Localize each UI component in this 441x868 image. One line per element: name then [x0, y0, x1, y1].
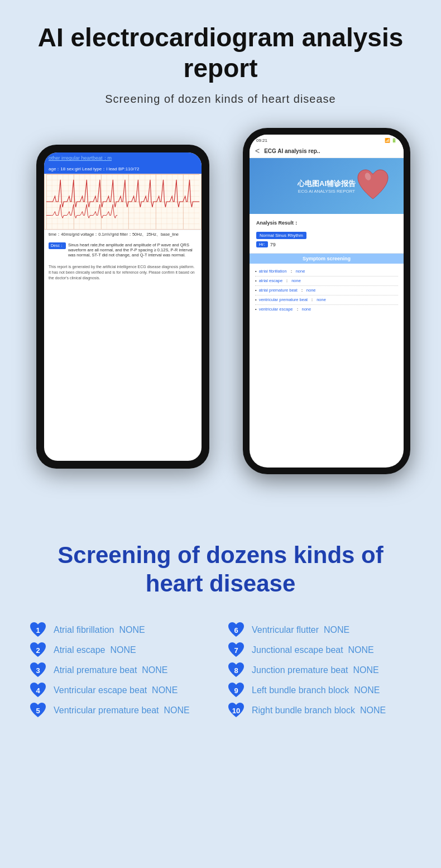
- symptom-colon: ：: [285, 278, 289, 284]
- badge-number: 6: [234, 626, 238, 635]
- disease-item: 9 Left bundle branch block NONE: [226, 680, 413, 700]
- ecg-chart: [44, 174, 202, 230]
- left-top-text: other irregular heartbeat：m: [49, 155, 112, 161]
- disease-col-left: 1 Atrial fibrillation NONE 2 Atrial esca…: [28, 620, 215, 721]
- symptom-name: atrial escape: [259, 278, 283, 283]
- left-phone-info: age：18 sex:girl Lead type：I lead BP:110/…: [44, 164, 202, 174]
- symptom-header: Symptom screening: [250, 254, 404, 264]
- symptom-value: none: [306, 288, 316, 293]
- disease-grid: 1 Atrial fibrillation NONE 2 Atrial esca…: [28, 620, 413, 721]
- disease-item: 10 Right bundle branch block NONE: [226, 700, 413, 721]
- disease-item: 4 Ventricular escape beat NONE: [28, 680, 215, 700]
- disease-name: Junctional escape beat NONE: [252, 645, 374, 655]
- disease-badge: 2: [28, 640, 48, 660]
- symptom-bullet: •: [255, 269, 257, 274]
- report-header-cn: 心电图AI辅诊报告: [298, 179, 356, 189]
- disease-name: Ventricular escape beat NONE: [54, 685, 178, 695]
- symptom-item: • atrial escape ： none: [255, 276, 398, 286]
- symptom-item: • atrial fibrillation ： none: [255, 267, 398, 276]
- badge-number: 4: [36, 686, 40, 695]
- bottom-section: Screening of dozens kinds of heart disea…: [0, 519, 441, 737]
- bottom-title: Screening of dozens kinds of heart disea…: [28, 541, 413, 598]
- nav-title: ECG AI analysis rep..: [264, 148, 320, 154]
- disease-item: 7 Junctional escape beat NONE: [226, 640, 413, 660]
- badge-number: 3: [36, 666, 40, 675]
- disease-badge: 3: [28, 660, 48, 680]
- symptom-list: • atrial fibrillation ： none • atrial es…: [250, 264, 404, 317]
- hr-value: 79: [270, 242, 276, 247]
- symptom-colon: ：: [289, 269, 294, 274]
- disease-name: Left bundle branch block NONE: [252, 685, 380, 695]
- phones-container: other irregular heartbeat：m age：18 sex:g…: [0, 122, 441, 513]
- disease-badge: 4: [28, 680, 48, 700]
- right-phone-status: 09:21 📶 🔋: [250, 135, 404, 144]
- badge-number: 9: [234, 686, 238, 695]
- disease-item: 8 Junction premature beat NONE: [226, 660, 413, 680]
- symptom-bullet: •: [255, 278, 257, 283]
- symptom-bullet: •: [255, 288, 257, 293]
- disease-name: Ventricular premature beat NONE: [54, 705, 190, 716]
- symptom-colon: ：: [310, 297, 314, 303]
- disease-item: 2 Atrial escape NONE: [28, 640, 215, 660]
- disease-item: 6 Ventricular flutter NONE: [226, 620, 413, 640]
- back-icon[interactable]: <: [255, 146, 260, 155]
- disease-badge: 9: [226, 680, 246, 700]
- desc-text: Sinus heart rate,the amplitude and ampli…: [68, 242, 197, 257]
- symptom-colon: ：: [300, 288, 304, 293]
- badge-number: 7: [234, 646, 238, 655]
- symptom-name: atrial fibrillation: [259, 269, 287, 274]
- symptom-value: none: [317, 297, 326, 302]
- badge-number: 10: [232, 707, 240, 715]
- disease-badge: 10: [226, 700, 246, 721]
- hr-label: Hr:: [256, 241, 268, 247]
- report-header-en: ECG AI ANALYSIS REPORT: [298, 189, 355, 194]
- right-phone: 09:21 📶 🔋 < ECG AI analysis rep.. 心电图AI辅…: [243, 128, 410, 474]
- hr-row: Hr: 79: [256, 241, 397, 247]
- disease-name: Junction premature beat NONE: [252, 665, 379, 675]
- disease-name: Ventricular flutter NONE: [252, 625, 349, 635]
- left-phone-top-bar: other irregular heartbeat：m: [44, 152, 202, 164]
- disease-badge: 8: [226, 660, 246, 680]
- analysis-section: Analysis Result： Normal Sinus Rhythm Hr:…: [250, 214, 404, 254]
- disease-badge: 7: [226, 640, 246, 660]
- disease-col-right: 6 Ventricular flutter NONE 7 Junctional …: [226, 620, 413, 721]
- symptom-item: • ventricular escape ： none: [255, 305, 398, 314]
- symptom-bullet: •: [255, 307, 257, 312]
- disease-name: Right bundle branch block NONE: [252, 705, 386, 716]
- header-section: AI electrocardiogram analysis report Scr…: [0, 0, 441, 117]
- symptom-value: none: [302, 307, 311, 312]
- symptom-value: none: [291, 278, 301, 283]
- analysis-label: Analysis Result：: [256, 220, 397, 227]
- disease-item: 1 Atrial fibrillation NONE: [28, 620, 215, 640]
- analysis-result: Normal Sinus Rhythm: [256, 232, 306, 239]
- disease-item: 3 Atrial premature beat NONE: [28, 660, 215, 680]
- page-subtitle: Screening of dozen kinds of heart diseas…: [33, 93, 408, 106]
- symptom-name: atrial premature beat: [259, 288, 298, 293]
- left-phone-disclaimer: This report is generated by the artifici…: [44, 261, 202, 284]
- symptom-item: • ventricular premature beat ： none: [255, 295, 398, 305]
- status-icons: 📶 🔋: [385, 138, 397, 143]
- left-phone: other irregular heartbeat：m age：18 sex:g…: [36, 145, 209, 469]
- status-time: 09:21: [256, 138, 267, 143]
- ecg-report-header: 心电图AI辅诊报告 ECG AI ANALYSIS REPORT: [250, 158, 404, 214]
- desc-label: Desc：: [49, 242, 66, 249]
- badge-number: 8: [234, 666, 238, 675]
- left-phone-screen: other irregular heartbeat：m age：18 sex:g…: [44, 152, 202, 461]
- disease-name: Atrial escape NONE: [54, 645, 136, 655]
- left-phone-desc: Desc： Sinus heart rate,the amplitude and…: [44, 239, 202, 261]
- badge-number: 1: [36, 626, 40, 635]
- symptom-item: • atrial premature beat ： none: [255, 286, 398, 295]
- disease-badge: 6: [226, 620, 246, 640]
- disease-item: 5 Ventricular premature beat NONE: [28, 700, 215, 721]
- symptom-name: ventricular escape: [259, 307, 293, 312]
- badge-number: 5: [36, 707, 40, 715]
- disease-name: Atrial fibrillation NONE: [54, 625, 145, 635]
- symptom-colon: ：: [295, 307, 300, 312]
- badge-number: 2: [36, 646, 40, 655]
- symptom-bullet: •: [255, 297, 257, 302]
- right-phone-nav: < ECG AI analysis rep..: [250, 144, 404, 158]
- disease-name: Atrial premature beat NONE: [54, 665, 168, 675]
- left-phone-time: time：40ms/grid voltage：0.1mV/grid filter…: [44, 230, 202, 239]
- symptom-name: ventricular premature beat: [259, 297, 308, 302]
- symptom-value: none: [296, 269, 305, 274]
